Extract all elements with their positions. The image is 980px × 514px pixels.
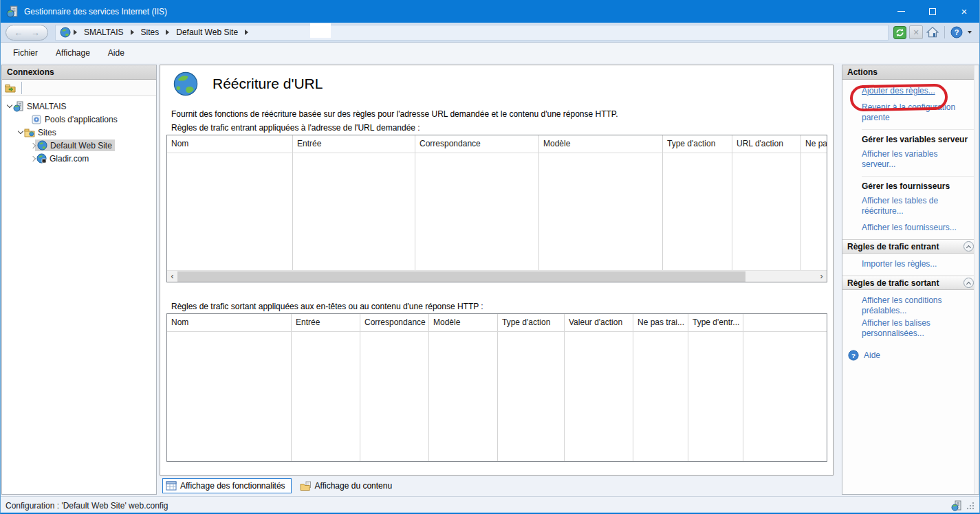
- refresh-icon: [893, 26, 906, 39]
- column-header-nom[interactable]: Nom: [167, 314, 292, 461]
- home-button[interactable]: [926, 25, 939, 39]
- column-header-url-action[interactable]: URL d'action: [732, 135, 801, 270]
- title-bar: Gestionnaire des services Internet (IIS)…: [0, 0, 980, 23]
- connections-toolbar: [2, 80, 156, 96]
- column-header-valeur-action[interactable]: Valeur d'action: [565, 314, 633, 461]
- action-view-preconditions[interactable]: Afficher les conditions préalables...: [862, 295, 972, 316]
- back-button[interactable]: ←: [14, 27, 23, 38]
- page-title: Réécriture d'URL: [213, 76, 323, 92]
- action-view-rewrite-maps[interactable]: Afficher les tables de réécriture...: [862, 196, 972, 216]
- column-header-entree[interactable]: Entrée: [293, 135, 415, 270]
- help-label: Aide: [864, 350, 880, 360]
- tab-label: Affichage du contenu: [315, 481, 393, 491]
- refresh-button[interactable]: [893, 25, 906, 39]
- tree-item-app-pools[interactable]: Pools d'applications: [2, 113, 156, 126]
- section-inbound-rules[interactable]: Règles de trafic entrant: [842, 239, 979, 254]
- website-stopped-globe-icon: [36, 153, 47, 164]
- breadcrumb-server[interactable]: SMALTAIS: [84, 27, 124, 37]
- tree-item-default-web-site[interactable]: Default Web Site: [2, 139, 156, 152]
- stop-button[interactable]: ✕: [909, 25, 923, 39]
- chevron-up-icon: [966, 245, 971, 249]
- section-outbound-rules[interactable]: Règles de trafic sortant: [842, 276, 979, 290]
- column-header-modele[interactable]: Modèle: [539, 135, 663, 270]
- breadcrumb-sites[interactable]: Sites: [141, 27, 160, 37]
- status-bar: Configuration : 'Default Web Site' web.c…: [0, 496, 980, 514]
- column-header-correspondance[interactable]: Correspondance: [360, 314, 429, 461]
- connections-header: Connexions: [2, 65, 156, 80]
- chevron-down-icon[interactable]: [18, 128, 23, 134]
- breadcrumb-default-web-site[interactable]: Default Web Site: [176, 27, 238, 37]
- group-server-variables: Gérer les variables serveur: [862, 129, 974, 144]
- column-header-ne-pas-traiter[interactable]: Ne pas trai...: [633, 314, 688, 461]
- help-dropdown-caret-icon[interactable]: [968, 31, 972, 34]
- column-header-ne-pas[interactable]: Ne pa: [801, 135, 827, 270]
- status-text: Configuration : 'Default Web Site' web.c…: [6, 501, 168, 511]
- sites-folder-icon: [24, 127, 35, 137]
- content-view-icon: [300, 481, 312, 491]
- tree-item-gladir[interactable]: Gladir.com: [2, 152, 156, 165]
- horizontal-scrollbar[interactable]: ‹ ›: [167, 270, 827, 282]
- forward-button[interactable]: →: [31, 27, 40, 38]
- minimize-icon: [897, 11, 905, 12]
- home-icon: [926, 26, 939, 38]
- breadcrumb-arrow-icon: [74, 30, 77, 35]
- minimize-button[interactable]: [885, 0, 917, 23]
- actions-scrollbar-track[interactable]: [974, 65, 979, 494]
- menu-affichage[interactable]: Affichage: [47, 45, 99, 60]
- column-header-entree[interactable]: Entrée: [292, 314, 360, 461]
- column-header-type-action[interactable]: Type d'action: [498, 314, 565, 461]
- group-providers: Gérer les fournisseurs: [862, 176, 974, 191]
- menu-bar: Fichier Affichage Aide: [0, 43, 980, 63]
- menu-fichier[interactable]: Fichier: [4, 45, 47, 60]
- action-revert-parent[interactable]: Revenir à la configuration parente: [862, 102, 972, 123]
- tree-item-server[interactable]: SMALTAIS: [2, 100, 156, 113]
- app-pools-icon: [31, 114, 42, 125]
- column-header-modele[interactable]: Modèle: [429, 314, 498, 461]
- action-add-rules[interactable]: Ajouter des règles...: [862, 86, 972, 96]
- resize-grip[interactable]: [966, 502, 974, 510]
- actions-panel: Actions Ajouter des règles... Revenir à …: [842, 65, 979, 495]
- column-header-nom[interactable]: Nom: [167, 135, 293, 270]
- outbound-rules-label: Règles de trafic sortant appliquées aux …: [171, 302, 483, 311]
- action-import-rules[interactable]: Importer les règles...: [862, 259, 972, 269]
- action-view-providers[interactable]: Afficher les fournisseurs...: [862, 223, 972, 233]
- collapse-button[interactable]: [963, 278, 974, 288]
- tree-item-label: Sites: [38, 128, 56, 137]
- breadcrumb-toolbar: ← → SMALTAIS Sites Default Web Site ✕: [0, 23, 980, 43]
- chevron-down-icon[interactable]: [7, 102, 12, 108]
- section-label: Règles de trafic sortant: [847, 278, 939, 288]
- maximize-button[interactable]: [917, 0, 948, 23]
- toolbar-separator: [944, 26, 945, 38]
- scrollbar-thumb[interactable]: [177, 271, 745, 282]
- tree-item-sites[interactable]: Sites: [2, 126, 156, 139]
- outbound-rules-table: Nom Entrée Correspondance Modèle Type d'…: [166, 313, 827, 462]
- column-header-type-entree[interactable]: Type d'entr...: [688, 314, 743, 461]
- tree-item-label: Gladir.com: [50, 154, 89, 164]
- connections-toolbar-separator: [21, 82, 22, 94]
- breadcrumb-arrow-icon: [131, 30, 134, 35]
- action-help[interactable]: ? Aide: [848, 350, 973, 361]
- chevron-right-icon[interactable]: [30, 155, 36, 161]
- collapse-button[interactable]: [963, 241, 974, 252]
- address-bar[interactable]: SMALTAIS Sites Default Web Site: [55, 25, 889, 41]
- action-view-server-variables[interactable]: Afficher les variables serveur...: [862, 149, 972, 170]
- inbound-rules-label: Règles de trafic entrant appliquées à l'…: [171, 123, 420, 133]
- help-button[interactable]: ?: [950, 25, 963, 39]
- scroll-left-arrow-icon[interactable]: ‹: [167, 271, 177, 282]
- column-header-correspondance[interactable]: Correspondance: [415, 135, 539, 270]
- tab-content-view[interactable]: Affichage du contenu: [297, 478, 398, 493]
- tab-features-view[interactable]: Affichage des fonctionnalités: [162, 478, 292, 493]
- save-connections-icon[interactable]: [5, 83, 16, 93]
- help-icon: ?: [950, 26, 963, 38]
- inbound-rules-table: Nom Entrée Correspondance Modèle Type d'…: [166, 135, 827, 282]
- breadcrumb-arrow-icon: [166, 30, 169, 35]
- menu-aide[interactable]: Aide: [99, 45, 133, 60]
- action-view-custom-tags[interactable]: Afficher les balises personnalisées...: [862, 318, 972, 339]
- scroll-right-arrow-icon[interactable]: ›: [816, 271, 827, 282]
- redaction-box: [310, 23, 331, 38]
- close-button[interactable]: ×: [948, 0, 980, 23]
- column-header-type-action[interactable]: Type d'action: [663, 135, 732, 270]
- view-tabs: Affichage des fonctionnalités Affichage …: [162, 478, 398, 493]
- column-header-filler: [743, 314, 827, 461]
- feature-page: Réécriture d'URL Fournit des fonctions d…: [160, 65, 834, 476]
